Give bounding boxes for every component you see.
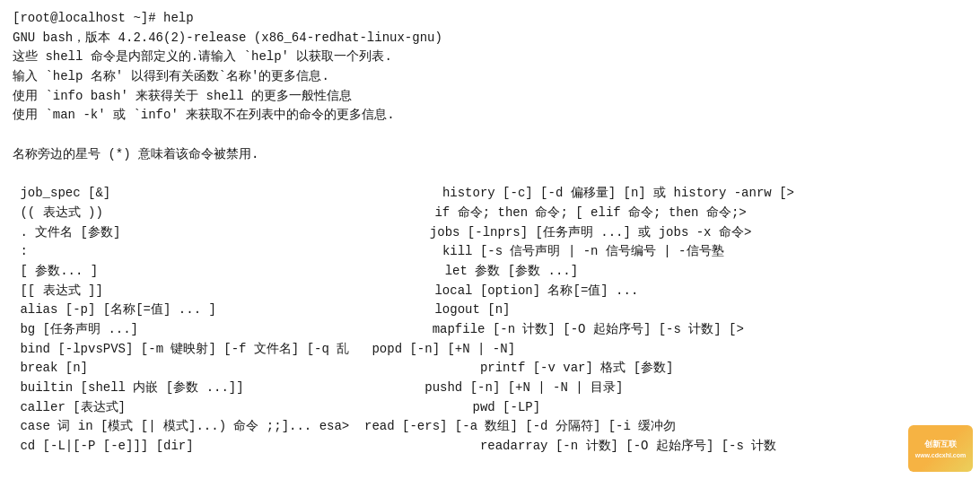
watermark-text-line1: 创新互联 xyxy=(924,439,957,450)
output-line: builtin [shell 内嵌 [参数 ...]] pushd [-n] [… xyxy=(13,379,967,398)
output-line: caller [表达式] pwd [-LP] xyxy=(13,398,967,418)
output-line: 使用 `info bash' 来获得关于 shell 的更多一般性信息 xyxy=(13,87,967,107)
output-line: (( 表达式 )) if 命令; then 命令; [ elif 命令; the… xyxy=(13,204,967,223)
output-line: cd [-L|[-P [-e]]] [dir] readarray [-n 计数… xyxy=(13,437,967,457)
output-line: [[ 表达式 ]] local [option] 名称[=值] ... xyxy=(13,282,967,301)
output-line: 这些 shell 命令是内部定义的.请输入 `help' 以获取一个列表. xyxy=(13,48,967,67)
watermark-text-line2: www.cdcxhl.com xyxy=(915,452,967,458)
terminal-output: [root@localhost ~]# helpGNU bash，版本 4.2.… xyxy=(13,9,967,457)
output-line: 输入 `help 名称' 以得到有关函数`名称'的更多信息. xyxy=(13,67,967,87)
output-line: : kill [-s 信号声明 | -n 信号编号 | -信号塾 xyxy=(13,242,967,262)
blank-line xyxy=(13,165,967,185)
output-line: bind [-lpvsPVS] [-m 键映射] [-f 文件名] [-q 乱 … xyxy=(13,340,967,360)
output-line: GNU bash，版本 4.2.46(2)-release (x86_64-re… xyxy=(13,29,967,48)
output-line: case 词 in [模式 [| 模式]...) 命令 ;;]... esa> … xyxy=(13,417,967,437)
terminal-window: [root@localhost ~]# helpGNU bash，版本 4.2.… xyxy=(0,0,980,479)
output-line: . 文件名 [参数] jobs [-lnprs] [任务声明 ...] 或 jo… xyxy=(13,223,967,243)
output-line: alias [-p] [名称[=值] ... ] logout [n] xyxy=(13,300,967,320)
output-line: break [n] printf [-v var] 格式 [参数] xyxy=(13,359,967,379)
blank-line xyxy=(13,126,967,145)
prompt-line: [root@localhost ~]# help xyxy=(13,9,967,29)
output-line: bg [任务声明 ...] mapfile [-n 计数] [-O 起始序号] … xyxy=(13,320,967,340)
output-line: job_spec [&] history [-c] [-d 偏移量] [n] 或… xyxy=(13,184,967,204)
output-line: [ 参数... ] let 参数 [参数 ...] xyxy=(13,262,967,282)
watermark: 创新互联 www.cdcxhl.com xyxy=(908,425,973,472)
output-line: 使用 `man -k' 或 `info' 来获取不在列表中的命令的更多信息. xyxy=(13,106,967,126)
output-line: 名称旁边的星号 (*) 意味着该命令被禁用. xyxy=(13,145,967,165)
